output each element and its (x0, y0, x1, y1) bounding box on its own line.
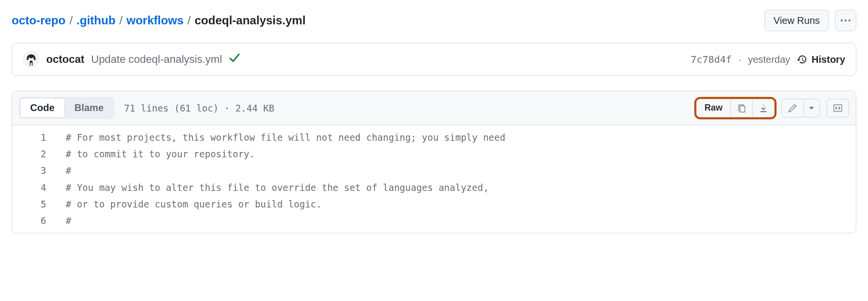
history-label: History (812, 54, 845, 65)
raw-button[interactable]: Raw (696, 99, 731, 117)
code-content: 1# For most projects, this workflow file… (12, 125, 856, 233)
breadcrumb-separator: / (70, 14, 73, 27)
more-options-button[interactable] (835, 10, 856, 31)
edit-button-group (781, 99, 820, 117)
code-line: 6# (12, 212, 856, 229)
code-blame-tabs: Code Blame (19, 97, 114, 119)
code-line: 4# You may wish to alter this file to ov… (12, 179, 856, 196)
breadcrumb-repo[interactable]: octo-repo (12, 14, 66, 27)
history-icon (797, 54, 808, 65)
line-content: # For most projects, this workflow file … (66, 129, 506, 146)
latest-commit-bar: octocat Update codeql-analysis.yml 7c78d… (12, 43, 856, 76)
line-number[interactable]: 5 (12, 196, 66, 212)
line-content: # (66, 162, 71, 179)
file-view: Code Blame 71 lines (61 loc) · 2.44 KB R… (12, 91, 856, 233)
toolbar-left: Code Blame 71 lines (61 loc) · 2.44 KB (19, 97, 274, 119)
line-number[interactable]: 4 (12, 179, 66, 196)
line-content: # You may wish to alter this file to ove… (66, 179, 488, 196)
toolbar-right: Raw (696, 99, 849, 117)
file-toolbar: Code Blame 71 lines (61 loc) · 2.44 KB R… (12, 91, 856, 125)
caret-down-icon (807, 103, 816, 113)
commit-sha[interactable]: 7c78d4f (691, 54, 732, 65)
edit-dropdown-button[interactable] (803, 99, 820, 117)
commit-author[interactable]: octocat (46, 53, 84, 66)
symbols-button[interactable] (827, 99, 849, 117)
breadcrumb-workflows[interactable]: workflows (127, 14, 183, 27)
kebab-icon (841, 19, 850, 21)
commit-info: octocat Update codeql-analysis.yml (23, 51, 240, 68)
tab-code[interactable]: Code (20, 98, 65, 118)
commit-time: yesterday (748, 54, 790, 65)
commit-meta: 7c78d4f · yesterday History (691, 54, 845, 65)
breadcrumb-github[interactable]: .github (76, 14, 115, 27)
code-line: 2# to commit it to your repository. (12, 146, 856, 162)
view-runs-button[interactable]: View Runs (764, 10, 829, 31)
check-icon[interactable] (229, 52, 240, 67)
line-content: # or to provide custom queries or build … (66, 196, 322, 212)
file-info-text: 71 lines (61 loc) · 2.44 KB (124, 103, 274, 113)
code-line: 1# For most projects, this workflow file… (12, 129, 856, 146)
breadcrumb: octo-repo / .github / workflows / codeql… (12, 14, 306, 27)
code-line: 5# or to provide custom queries or build… (12, 196, 856, 212)
file-header: octo-repo / .github / workflows / codeql… (12, 10, 856, 31)
raw-button-group: Raw (696, 99, 775, 117)
header-actions: View Runs (764, 10, 856, 31)
line-number[interactable]: 6 (12, 212, 66, 229)
line-content: # to commit it to your repository. (66, 146, 255, 162)
tab-blame[interactable]: Blame (65, 98, 113, 118)
breadcrumb-separator: / (187, 14, 191, 27)
line-number[interactable]: 3 (12, 162, 66, 179)
line-number[interactable]: 1 (12, 129, 66, 146)
download-icon (759, 103, 768, 113)
copy-button[interactable] (730, 99, 753, 117)
copy-icon (737, 103, 746, 113)
breadcrumb-separator: / (119, 14, 123, 27)
line-content: # (66, 212, 71, 229)
code-square-icon (833, 103, 843, 113)
line-number[interactable]: 2 (12, 146, 66, 162)
svg-point-2 (32, 58, 33, 60)
history-link[interactable]: History (797, 54, 845, 65)
breadcrumb-file: codeql-analysis.yml (195, 14, 306, 27)
pencil-icon (788, 103, 797, 113)
svg-point-1 (29, 58, 30, 60)
commit-message[interactable]: Update codeql-analysis.yml (91, 53, 222, 66)
edit-button[interactable] (781, 99, 804, 117)
avatar[interactable] (23, 51, 39, 68)
download-button[interactable] (752, 99, 775, 117)
octocat-icon (24, 52, 38, 67)
dot-separator: · (739, 54, 741, 65)
code-line: 3# (12, 162, 856, 179)
